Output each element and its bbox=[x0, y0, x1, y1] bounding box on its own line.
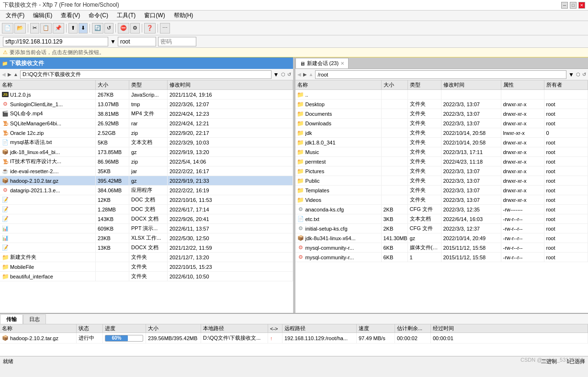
list-item[interactable]: 📄 mysql基本语法.txt 5KB 文本文档 2022/3/29, 10:0… bbox=[0, 138, 293, 147]
menu-file[interactable]: 文件(F) bbox=[2, 11, 28, 21]
conn-dropdown-arrow[interactable]: ▼ bbox=[110, 38, 116, 45]
right-back-button[interactable]: ◀ bbox=[297, 72, 301, 77]
list-item[interactable]: 📁 jdk 文件夹 2022/10/14, 20:58 lrwxr-xr-x 0 bbox=[295, 128, 588, 138]
right-refresh-button[interactable]: ↺ bbox=[582, 72, 586, 77]
menu-edit[interactable]: 编辑(E) bbox=[29, 11, 56, 21]
password-input[interactable] bbox=[158, 37, 196, 46]
list-item[interactable]: 🗜 Oracle 12c.zip 2.52GB zip 2022/9/20, 2… bbox=[0, 128, 293, 138]
toolbar-refresh[interactable]: ↺ bbox=[104, 23, 113, 33]
toolbar-settings[interactable]: ⚙ bbox=[130, 23, 140, 33]
list-item[interactable]: 📁 beautiful_interface 文件夹 2022/6/10, 10:… bbox=[0, 272, 293, 281]
toolbar-new[interactable]: 📄 bbox=[2, 23, 13, 33]
list-item[interactable]: 📁 Music 文件夹 2022/3/13, 17:11 drwxr-xr-x … bbox=[295, 147, 588, 157]
list-item[interactable]: ⚙ datagrip-2021.1.3.e... 384.06MB 应用程序 2… bbox=[0, 186, 293, 195]
menu-help[interactable]: 帮助(H) bbox=[170, 11, 197, 21]
list-item[interactable]: ⚙ SunloginClientLite_1... 13.07MB tmp 20… bbox=[0, 100, 293, 109]
tab-transfer[interactable]: 传输 bbox=[0, 314, 23, 324]
list-item[interactable]: ☕ ide-eval-resetter-2.... 35KB jar 2022/… bbox=[0, 166, 293, 176]
list-item[interactable]: ⚙ mysql-community-r... 6KB 媒体文件(… 2015/1… bbox=[295, 243, 588, 253]
list-item[interactable]: 📁 .. bbox=[295, 90, 588, 100]
list-item[interactable]: 📁 新建文件夹 文件夹 2021/12/7, 13:20 bbox=[0, 253, 293, 262]
list-item[interactable]: 📄 etc.txt 3KB 文本文档 2022/6/14, 16:03 -rw-… bbox=[295, 214, 588, 224]
tab-log[interactable]: 日志 bbox=[23, 314, 46, 324]
right-forward-button[interactable]: ▶ bbox=[303, 72, 307, 77]
list-item[interactable]: 📁 Desktop 文件夹 2022/3/3, 13:07 drwxr-xr-x… bbox=[295, 100, 588, 109]
list-item[interactable]: 📁 Templates 文件夹 2022/3/3, 13:07 drwxr-xr… bbox=[295, 186, 588, 195]
right-active-tab[interactable]: 🖥 新建会话 (23) ✕ bbox=[295, 58, 349, 68]
file-name: Public bbox=[305, 178, 320, 184]
file-type: 文件夹 bbox=[129, 253, 168, 262]
list-item[interactable]: 📦 jdk-18_linux-x64_bi... 173.85MB gz 202… bbox=[0, 147, 293, 157]
right-sync-button[interactable]: ⬡ bbox=[576, 72, 580, 77]
list-item[interactable]: 📦 jdk-8u341-linux-x64... 141.30MB gz 202… bbox=[295, 233, 588, 243]
toolbar-help[interactable]: ❓ bbox=[144, 23, 156, 33]
toolbar-upload[interactable]: ⬆ bbox=[68, 23, 78, 33]
list-item[interactable]: 📦 hadoop-2.10.2.tar.gz 395.42MB gz 2022/… bbox=[0, 176, 293, 186]
list-item[interactable]: 🗜 SQLiteManager64bi... 26.92MB rar 2022/… bbox=[0, 119, 293, 128]
transfer-speed: 97.49 MB/s bbox=[357, 333, 395, 343]
list-item[interactable]: 📊 609KB PPT 演示... 2022/6/11, 13:57 bbox=[0, 224, 293, 233]
file-icon: ⚙ bbox=[297, 244, 304, 251]
list-item[interactable]: ⚙ mysql-community-r... 6KB 1 2015/11/12,… bbox=[295, 253, 588, 262]
menu-view[interactable]: 查看(V) bbox=[57, 11, 84, 21]
toolbar-more[interactable]: ⋯ bbox=[160, 23, 170, 33]
list-item[interactable]: 📊 23KB XLSX 工作... 2022/5/30, 12:50 bbox=[0, 233, 293, 243]
toolbar-stop[interactable]: ⛔ bbox=[118, 23, 129, 33]
left-refresh-button[interactable]: ↺ bbox=[287, 72, 291, 77]
file-date: 2022/3/3, 13:07 bbox=[441, 119, 501, 128]
left-forward-button[interactable]: ▶ bbox=[8, 72, 11, 77]
toolbar-paste[interactable]: 📌 bbox=[53, 23, 64, 33]
menu-command[interactable]: 命令(C) bbox=[85, 11, 112, 21]
right-path-dropdown[interactable]: ▼ bbox=[568, 71, 574, 78]
file-icon: 📁 bbox=[297, 177, 304, 184]
list-item[interactable]: 📝 12KB DOC 文档 2022/10/16, 11:53 bbox=[0, 195, 293, 205]
host-input[interactable] bbox=[3, 37, 108, 46]
list-item[interactable]: 📁 Pictures 文件夹 2022/3/3, 13:07 drwxr-xr-… bbox=[295, 166, 588, 176]
toolbar-download[interactable]: ⬇ bbox=[79, 23, 88, 33]
list-item[interactable]: 📁 Documents 文件夹 2022/3/3, 13:07 drwxr-xr… bbox=[295, 109, 588, 119]
file-perms: drwxr-xr-x bbox=[501, 109, 544, 118]
file-owner: root bbox=[544, 166, 588, 176]
close-button[interactable]: ✕ bbox=[578, 2, 585, 9]
file-icon: 📝 bbox=[2, 197, 9, 203]
left-back-button[interactable]: ◀ bbox=[2, 72, 6, 77]
right-tab-close[interactable]: ✕ bbox=[340, 61, 344, 66]
username-input[interactable] bbox=[118, 37, 156, 46]
right-col-headers: 名称 大小 类型 修改时间 属性 所有者 bbox=[295, 80, 588, 90]
list-item[interactable]: 📁 permtest 文件夹 2022/4/23, 11:18 drwxr-xr… bbox=[295, 157, 588, 166]
list-item[interactable]: 🗜 IT技术节程序设计大... 86.96MB zip 2022/5/4, 14… bbox=[0, 157, 293, 166]
list-item[interactable]: 📁 MobileFile 文件夹 2022/10/15, 15:23 bbox=[0, 262, 293, 272]
left-sync-button[interactable]: ⬡ bbox=[281, 72, 285, 77]
toolbar-sep6 bbox=[158, 24, 158, 33]
minimize-button[interactable]: ─ bbox=[561, 2, 568, 9]
status-selected: 1已选择 bbox=[566, 358, 585, 365]
menu-window[interactable]: 窗口(W) bbox=[140, 11, 169, 21]
list-item[interactable]: JS U1.2.0.js 267KB JavaScrip... 2021/11/… bbox=[0, 90, 293, 100]
toolbar-cut[interactable]: ✂ bbox=[30, 23, 39, 33]
list-item[interactable]: 📁 Videos 文件夹 2022/3/3, 13:07 drwxr-xr-x … bbox=[295, 195, 588, 205]
list-item[interactable]: 📁 jdk1.8.0_341 文件夹 2022/10/14, 20:58 drw… bbox=[295, 138, 588, 147]
toolbar: 📄 📂 ✂ 📋 📌 ⬆ ⬇ 🔄 ↺ ⛔ ⚙ ❓ ⋯ bbox=[0, 21, 588, 35]
transfer-row[interactable]: 📦 hadoop-2.10.2.tar.gz 进行中 60% 239.56MB/… bbox=[0, 333, 588, 344]
left-path-dropdown[interactable]: ▼ bbox=[273, 71, 279, 78]
toolbar-open[interactable]: 📂 bbox=[14, 23, 26, 33]
maximize-button[interactable]: □ bbox=[570, 2, 577, 9]
right-path-input[interactable] bbox=[315, 70, 566, 79]
file-type: 文件夹 bbox=[408, 195, 441, 204]
list-item[interactable]: 📁 Downloads 文件夹 2022/3/3, 13:07 drwxr-xr… bbox=[295, 119, 588, 128]
left-path-input[interactable] bbox=[20, 70, 271, 79]
right-up-button[interactable]: ▲ bbox=[309, 72, 314, 77]
menu-tools[interactable]: 工具(T) bbox=[113, 11, 139, 21]
list-item[interactable]: 📝 13KB DOCX 文档 2021/12/22, 11:59 bbox=[0, 243, 293, 253]
list-item[interactable]: ⚙ initial-setup-ks.cfg 2KB CFG 文件 2022/3… bbox=[295, 224, 588, 233]
list-item[interactable]: 📁 Public 文件夹 2022/3/3, 13:07 drwxr-xr-x … bbox=[295, 176, 588, 186]
list-item[interactable]: 📝 1.28MB DOC 文档 2022/6/17, 17:14 bbox=[0, 205, 293, 214]
file-size: 2KB bbox=[382, 205, 408, 214]
list-item[interactable]: 🎬 SQL命令.mp4 38.81MB MP4 文件 2022/4/24, 12… bbox=[0, 109, 293, 119]
list-item[interactable]: ⚙ anaconda-ks.cfg 2KB CFG 文件 2022/3/3, 1… bbox=[295, 205, 588, 214]
list-item[interactable]: 📝 143KB DOCX 文档 2022/9/26, 20:41 bbox=[0, 214, 293, 224]
left-up-button[interactable]: ▲ bbox=[13, 72, 18, 77]
toolbar-copy[interactable]: 📋 bbox=[40, 23, 52, 33]
toolbar-sync[interactable]: 🔄 bbox=[92, 23, 103, 33]
file-icon: 📦 bbox=[2, 149, 9, 155]
